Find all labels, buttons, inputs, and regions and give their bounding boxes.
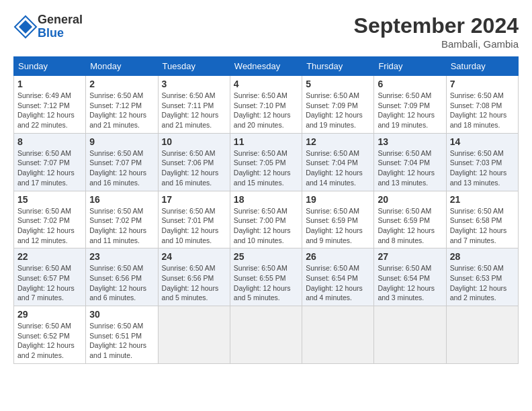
day-number: 2 (89, 79, 154, 89)
day-number: 7 (450, 79, 515, 89)
day-info: Sunrise: 6:50 AMSunset: 7:04 PMDaylight:… (306, 148, 370, 188)
column-header-monday: Monday (86, 57, 158, 76)
calendar-day-cell: 9Sunrise: 6:50 AMSunset: 7:07 PMDaylight… (86, 133, 158, 191)
day-number: 13 (378, 136, 442, 147)
day-info: Sunrise: 6:49 AMSunset: 7:12 PMDaylight:… (17, 91, 82, 130)
day-info: Sunrise: 6:50 AMSunset: 7:04 PMDaylight:… (378, 148, 442, 188)
day-number: 28 (450, 251, 515, 262)
day-info: Sunrise: 6:50 AMSunset: 6:55 PMDaylight:… (234, 263, 298, 303)
day-info: Sunrise: 6:50 AMSunset: 6:51 PMDaylight:… (89, 321, 154, 361)
column-header-friday: Friday (374, 57, 446, 76)
calendar-day-cell: 20Sunrise: 6:50 AMSunset: 6:59 PMDayligh… (374, 191, 446, 248)
day-info: Sunrise: 6:50 AMSunset: 6:56 PMDaylight:… (162, 263, 226, 303)
empty-cell (374, 306, 446, 364)
calendar-day-cell: 27Sunrise: 6:50 AMSunset: 6:54 PMDayligh… (374, 248, 446, 306)
day-info: Sunrise: 6:50 AMSunset: 6:56 PMDaylight:… (89, 263, 154, 303)
calendar-day-cell: 7Sunrise: 6:50 AMSunset: 7:08 PMDaylight… (446, 76, 518, 134)
calendar-day-cell: 26Sunrise: 6:50 AMSunset: 6:54 PMDayligh… (302, 248, 374, 306)
day-info: Sunrise: 6:50 AMSunset: 7:09 PMDaylight:… (306, 91, 370, 130)
day-number: 18 (234, 194, 298, 205)
day-info: Sunrise: 6:50 AMSunset: 6:52 PMDaylight:… (17, 321, 82, 361)
day-info: Sunrise: 6:50 AMSunset: 7:07 PMDaylight:… (89, 148, 154, 188)
day-number: 4 (234, 79, 298, 89)
day-info: Sunrise: 6:50 AMSunset: 6:57 PMDaylight:… (17, 263, 82, 303)
day-number: 14 (450, 136, 515, 147)
calendar-day-cell: 14Sunrise: 6:50 AMSunset: 7:03 PMDayligh… (446, 133, 518, 191)
calendar-day-cell: 22Sunrise: 6:50 AMSunset: 6:57 PMDayligh… (14, 248, 86, 306)
day-info: Sunrise: 6:50 AMSunset: 7:00 PMDaylight:… (234, 206, 298, 246)
logo-icon (13, 15, 38, 39)
day-number: 19 (306, 194, 370, 205)
calendar-day-cell: 25Sunrise: 6:50 AMSunset: 6:55 PMDayligh… (230, 248, 302, 306)
day-number: 16 (89, 194, 154, 205)
calendar-week-row: 8Sunrise: 6:50 AMSunset: 7:07 PMDaylight… (14, 133, 519, 191)
logo-text-general: General (38, 13, 83, 27)
day-number: 27 (378, 251, 442, 262)
calendar-day-cell: 18Sunrise: 6:50 AMSunset: 7:00 PMDayligh… (230, 191, 302, 248)
calendar-day-cell: 8Sunrise: 6:50 AMSunset: 7:07 PMDaylight… (14, 133, 86, 191)
calendar-day-cell: 24Sunrise: 6:50 AMSunset: 6:56 PMDayligh… (158, 248, 230, 306)
day-number: 10 (162, 136, 226, 147)
day-number: 9 (89, 136, 154, 147)
day-info: Sunrise: 6:50 AMSunset: 7:07 PMDaylight:… (17, 148, 82, 188)
empty-cell (302, 306, 374, 364)
calendar-week-row: 22Sunrise: 6:50 AMSunset: 6:57 PMDayligh… (14, 248, 519, 306)
empty-cell (446, 306, 518, 364)
location: Bambali, Gambia (354, 38, 519, 50)
logo: General Blue (13, 13, 83, 40)
column-header-sunday: Sunday (14, 57, 86, 76)
calendar-day-cell: 1Sunrise: 6:49 AMSunset: 7:12 PMDaylight… (14, 76, 86, 134)
day-number: 22 (17, 251, 82, 262)
day-number: 6 (378, 79, 442, 89)
calendar-day-cell: 17Sunrise: 6:50 AMSunset: 7:01 PMDayligh… (158, 191, 230, 248)
day-info: Sunrise: 6:50 AMSunset: 7:12 PMDaylight:… (89, 91, 154, 130)
calendar-day-cell: 2Sunrise: 6:50 AMSunset: 7:12 PMDaylight… (86, 76, 158, 134)
calendar-day-cell: 30Sunrise: 6:50 AMSunset: 6:51 PMDayligh… (86, 306, 158, 364)
day-number: 24 (162, 251, 226, 262)
month-year: September 2024 (354, 13, 519, 38)
logo-text-blue: Blue (38, 27, 83, 40)
day-info: Sunrise: 6:50 AMSunset: 7:03 PMDaylight:… (450, 148, 515, 188)
day-info: Sunrise: 6:50 AMSunset: 7:06 PMDaylight:… (162, 148, 226, 188)
day-info: Sunrise: 6:50 AMSunset: 6:53 PMDaylight:… (450, 263, 515, 303)
day-number: 23 (89, 251, 154, 262)
column-header-thursday: Thursday (302, 57, 374, 76)
day-info: Sunrise: 6:50 AMSunset: 7:11 PMDaylight:… (162, 91, 226, 130)
calendar-day-cell: 12Sunrise: 6:50 AMSunset: 7:04 PMDayligh… (302, 133, 374, 191)
svg-marker-1 (19, 20, 32, 34)
day-info: Sunrise: 6:50 AMSunset: 7:02 PMDaylight:… (89, 206, 154, 246)
day-number: 3 (162, 79, 226, 89)
column-header-saturday: Saturday (446, 57, 518, 76)
day-number: 21 (450, 194, 515, 205)
day-number: 8 (17, 136, 82, 147)
calendar-day-cell: 13Sunrise: 6:50 AMSunset: 7:04 PMDayligh… (374, 133, 446, 191)
header: General Blue September 2024 Bambali, Gam… (13, 13, 519, 50)
calendar-week-row: 15Sunrise: 6:50 AMSunset: 7:02 PMDayligh… (14, 191, 519, 248)
column-header-tuesday: Tuesday (158, 57, 230, 76)
day-info: Sunrise: 6:50 AMSunset: 6:54 PMDaylight:… (306, 263, 370, 303)
calendar-day-cell: 6Sunrise: 6:50 AMSunset: 7:09 PMDaylight… (374, 76, 446, 134)
calendar-day-cell: 10Sunrise: 6:50 AMSunset: 7:06 PMDayligh… (158, 133, 230, 191)
column-header-wednesday: Wednesday (230, 57, 302, 76)
day-number: 26 (306, 251, 370, 262)
day-info: Sunrise: 6:50 AMSunset: 7:02 PMDaylight:… (17, 206, 82, 246)
day-info: Sunrise: 6:50 AMSunset: 6:59 PMDaylight:… (378, 206, 442, 246)
day-number: 11 (234, 136, 298, 147)
day-info: Sunrise: 6:50 AMSunset: 6:59 PMDaylight:… (306, 206, 370, 246)
day-info: Sunrise: 6:50 AMSunset: 6:54 PMDaylight:… (378, 263, 442, 303)
calendar-day-cell: 16Sunrise: 6:50 AMSunset: 7:02 PMDayligh… (86, 191, 158, 248)
empty-cell (230, 306, 302, 364)
calendar-day-cell: 3Sunrise: 6:50 AMSunset: 7:11 PMDaylight… (158, 76, 230, 134)
day-info: Sunrise: 6:50 AMSunset: 6:58 PMDaylight:… (450, 206, 515, 246)
day-number: 25 (234, 251, 298, 262)
day-info: Sunrise: 6:50 AMSunset: 7:01 PMDaylight:… (162, 206, 226, 246)
day-number: 15 (17, 194, 82, 205)
calendar-day-cell: 29Sunrise: 6:50 AMSunset: 6:52 PMDayligh… (14, 306, 86, 364)
day-info: Sunrise: 6:50 AMSunset: 7:10 PMDaylight:… (234, 91, 298, 130)
calendar-day-cell: 21Sunrise: 6:50 AMSunset: 6:58 PMDayligh… (446, 191, 518, 248)
day-number: 29 (17, 309, 82, 320)
calendar-header-row: SundayMondayTuesdayWednesdayThursdayFrid… (14, 57, 519, 76)
calendar-day-cell: 19Sunrise: 6:50 AMSunset: 6:59 PMDayligh… (302, 191, 374, 248)
day-number: 12 (306, 136, 370, 147)
day-number: 1 (17, 79, 82, 89)
